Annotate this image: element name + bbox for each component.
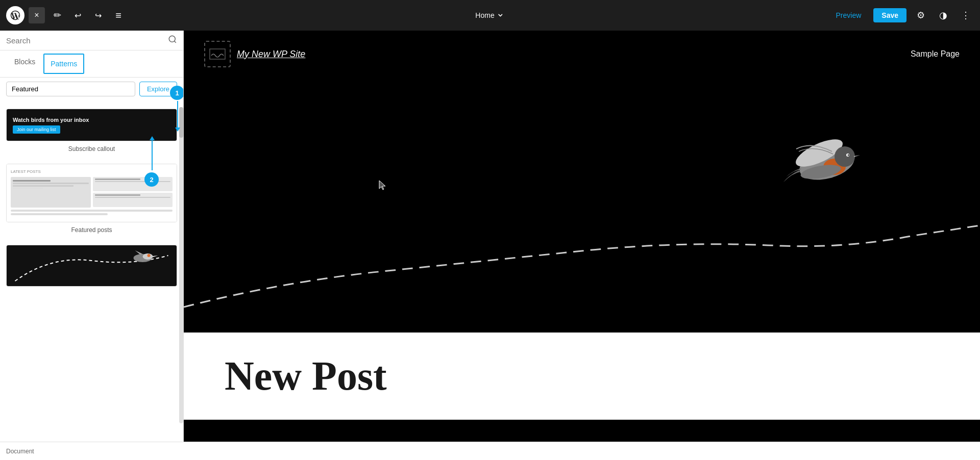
menu-button[interactable]: ≡ [110, 7, 127, 23]
featured-posts-label: Featured posts [6, 224, 177, 237]
patterns-tab[interactable]: Patterns [43, 54, 84, 74]
hero-preview-content [7, 245, 177, 286]
subscribe-title: Watch birds from your inbox [13, 116, 170, 123]
new-post-title: New Post [225, 353, 939, 399]
hero-preview [6, 245, 177, 287]
arrow-2 [152, 138, 153, 170]
wordpress-logo[interactable] [6, 6, 24, 24]
subscribe-callout-pattern[interactable]: Watch birds from your inbox Join our mai… [0, 105, 183, 160]
arrow-2-head [150, 136, 155, 140]
blocks-tab[interactable]: Blocks [8, 50, 41, 77]
svg-point-0 [169, 36, 175, 42]
hero-pattern[interactable] [0, 241, 183, 293]
featured-select[interactable]: Featured All Headers Footers Banners [6, 82, 135, 96]
toolbar: × ✏ ↩ ↪ ≡ My New WP Site Home Preview Sa… [0, 0, 980, 31]
sidebar-tabs: Blocks Patterns [0, 50, 183, 78]
sample-page-link[interactable]: Sample Page [911, 49, 960, 59]
undo-button[interactable]: ↩ [69, 7, 86, 23]
flight-path [184, 180, 980, 333]
featured-row: Featured All Headers Footers Banners Exp… [0, 78, 183, 100]
new-post-area: New Post [184, 333, 980, 420]
site-logo-box [204, 41, 231, 67]
sidebar-scrollbar[interactable] [179, 107, 183, 423]
svg-point-14 [848, 155, 849, 156]
svg-rect-8 [210, 49, 225, 59]
featured-posts-pattern[interactable]: LATEST POSTS [0, 160, 183, 241]
sidebar: Blocks Patterns Featured All Headers Foo… [0, 31, 184, 442]
search-bar [0, 31, 183, 50]
svg-rect-2 [10, 245, 174, 286]
fp-text-block [11, 210, 173, 215]
svg-point-12 [835, 146, 855, 167]
save-button[interactable]: Save [873, 8, 906, 22]
svg-line-1 [174, 41, 176, 42]
preview-button[interactable]: Preview [830, 8, 868, 22]
step-badge-1: 1 [170, 86, 184, 100]
site-logo-area: My New WP Site [204, 41, 305, 67]
patterns-list: Watch birds from your inbox Join our mai… [0, 100, 183, 442]
subscribe-button-small: Join our mailing list [13, 125, 60, 134]
step-badge-2: 2 [144, 172, 159, 187]
fp-side-items [93, 177, 173, 208]
contrast-button[interactable]: ◑ [935, 7, 951, 23]
fp-side-item-2 [93, 193, 173, 207]
canvas-area: My New WP Site Sample Page [184, 31, 980, 442]
close-button[interactable]: × [29, 7, 45, 23]
redo-button[interactable]: ↪ [90, 7, 106, 23]
toolbar-center: My New WP Site Home [475, 11, 504, 19]
fp-side-item-1 [93, 177, 173, 191]
document-label: Document [6, 448, 34, 455]
site-nav-links: Sample Page [911, 49, 960, 59]
nav-home-label[interactable]: My New WP Site Home [475, 11, 504, 19]
fp-main-image [11, 177, 91, 208]
bottom-bar: Document [0, 442, 980, 460]
main-layout: Blocks Patterns Featured All Headers Foo… [0, 31, 980, 442]
toolbar-right: Preview Save ⚙ ◑ ⋮ [830, 7, 974, 23]
toolbar-left: × ✏ ↩ ↪ ≡ [6, 6, 127, 24]
search-icon-button[interactable] [168, 35, 177, 46]
arrow-1 [177, 101, 178, 130]
cursor-indicator [378, 180, 388, 194]
edit-button[interactable]: ✏ [49, 7, 65, 23]
canvas-page: My New WP Site Sample Page [184, 31, 980, 442]
hero-section [184, 78, 980, 333]
site-navigation: My New WP Site Sample Page [184, 31, 980, 78]
site-name: My New WP Site [237, 49, 305, 60]
svg-point-6 [148, 254, 151, 257]
settings-button[interactable]: ⚙ [913, 7, 929, 23]
arrow-1-head [175, 127, 180, 132]
search-input[interactable] [6, 36, 164, 45]
more-options-button[interactable]: ⋮ [958, 7, 974, 23]
